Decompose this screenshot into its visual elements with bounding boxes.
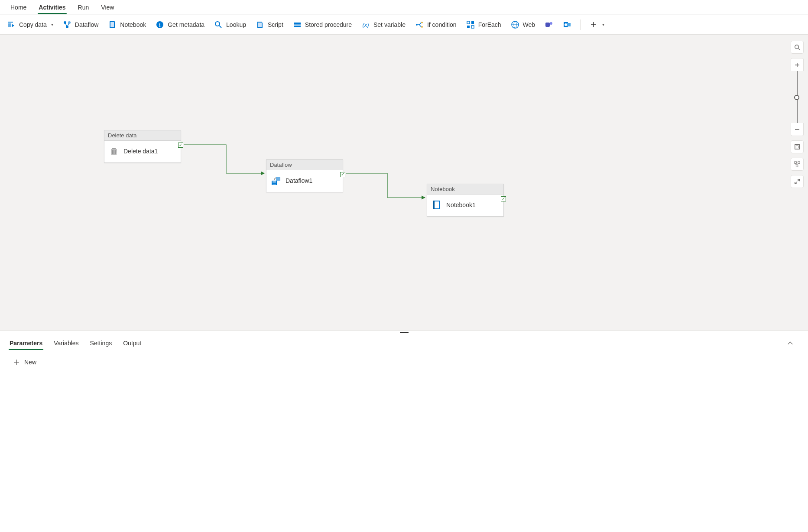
svg-line-34 [798, 49, 800, 50]
toolbar-add-more[interactable]: ▾ [585, 18, 609, 32]
svg-rect-9 [294, 23, 301, 24]
svg-point-1 [68, 21, 71, 24]
toolbar-set-variable[interactable]: (x) Set variable [357, 18, 410, 32]
tab-output[interactable]: Output [122, 336, 142, 350]
properties-panel: Parameters Variables Settings Output New [0, 331, 808, 532]
search-icon [214, 20, 223, 29]
properties-body: New [0, 350, 808, 532]
toolbar-if-condition-label: If condition [427, 21, 457, 28]
foreach-icon [466, 20, 475, 29]
collapse-canvas-button[interactable] [791, 175, 804, 188]
activity-notebook[interactable]: Notebook Notebook1 ✓ [427, 184, 504, 217]
toolbar-copy-data[interactable]: Copy data ▾ [3, 18, 58, 32]
toolbar-web[interactable]: Web [506, 18, 540, 32]
svg-rect-11 [294, 26, 301, 27]
activity-type-label: Notebook [427, 184, 503, 195]
toolbar-dataflow[interactable]: Dataflow [58, 18, 103, 32]
top-tab-bar: Home Activities Run View [0, 0, 808, 15]
toolbar-set-variable-label: Set variable [373, 21, 406, 28]
outlook-icon [563, 20, 571, 29]
tab-parameters[interactable]: Parameters [9, 336, 43, 350]
canvas-search-button[interactable] [791, 41, 804, 54]
svg-point-14 [421, 22, 423, 23]
svg-text:(x): (x) [362, 22, 369, 28]
svg-rect-19 [471, 26, 474, 28]
panel-collapse-button[interactable] [784, 338, 797, 348]
pipeline-canvas[interactable]: Delete data Delete data1 ✓ Dataflow Data… [0, 35, 808, 331]
svg-rect-35 [795, 145, 800, 149]
svg-rect-4 [110, 22, 114, 27]
svg-line-8 [219, 26, 221, 28]
if-condition-icon [415, 20, 424, 29]
toolbar-dataflow-label: Dataflow [75, 21, 98, 28]
tab-home[interactable]: Home [4, 0, 32, 14]
trash-icon [109, 146, 119, 156]
toolbar-foreach[interactable]: ForEach [462, 18, 506, 32]
toolbar-get-metadata[interactable]: i Get metadata [151, 18, 209, 32]
svg-rect-37 [795, 162, 796, 163]
tab-run[interactable]: Run [72, 0, 95, 14]
svg-point-13 [416, 24, 418, 26]
new-parameter-button[interactable]: New [13, 359, 36, 366]
tab-view[interactable]: View [95, 0, 120, 14]
toolbar-teams[interactable] [540, 18, 558, 32]
svg-point-33 [795, 45, 799, 49]
svg-point-0 [64, 21, 66, 24]
toolbar-script-label: Script [268, 21, 283, 28]
connectors [0, 35, 808, 331]
plus-icon [13, 359, 20, 366]
tab-activities[interactable]: Activities [32, 0, 71, 14]
svg-rect-36 [796, 146, 798, 148]
activities-toolbar: Copy data ▾ Dataflow Notebook i Get meta… [0, 15, 808, 35]
toolbar-notebook[interactable]: Notebook [104, 18, 150, 32]
success-badge-icon: ✓ [178, 143, 183, 148]
svg-rect-23 [545, 23, 550, 27]
toolbar-outlook[interactable] [558, 18, 576, 32]
fit-to-screen-button[interactable] [791, 140, 804, 153]
svg-rect-38 [798, 162, 800, 163]
chevron-down-icon: ▾ [51, 22, 53, 27]
svg-point-2 [66, 26, 68, 28]
stored-procedure-icon [293, 20, 302, 29]
svg-point-27 [565, 23, 567, 26]
activity-dataflow[interactable]: Dataflow Dataflow1 ✓ [266, 159, 343, 192]
notebook-activity-icon [432, 200, 442, 210]
new-button-label: New [24, 359, 36, 366]
activity-delete-data[interactable]: Delete data Delete data1 ✓ [104, 130, 181, 163]
dataflow-icon [63, 20, 71, 29]
activity-name-label: Notebook1 [446, 201, 476, 208]
toolbar-web-label: Web [523, 21, 535, 28]
svg-rect-31 [435, 201, 439, 208]
svg-rect-10 [294, 24, 301, 26]
toolbar-lookup[interactable]: Lookup [210, 18, 250, 32]
toolbar-get-metadata-label: Get metadata [168, 21, 204, 28]
activity-name-label: Delete data1 [123, 148, 158, 155]
toolbar-stored-procedure-label: Stored procedure [305, 21, 352, 28]
toolbar-if-condition[interactable]: If condition [411, 18, 461, 32]
notebook-icon [108, 20, 117, 29]
zoom-out-button[interactable] [791, 123, 804, 136]
svg-rect-39 [796, 165, 798, 167]
variable-icon: (x) [361, 20, 370, 29]
tab-variables[interactable]: Variables [53, 336, 79, 350]
zoom-thumb[interactable] [794, 95, 799, 100]
script-icon [256, 20, 264, 29]
toolbar-stored-procedure[interactable]: Stored procedure [289, 18, 356, 32]
zoom-slider[interactable] [797, 71, 798, 123]
svg-rect-18 [467, 26, 470, 28]
tab-settings[interactable]: Settings [89, 336, 113, 350]
zoom-in-button[interactable] [791, 58, 804, 71]
toolbar-script[interactable]: Script [251, 18, 288, 32]
svg-rect-32 [433, 201, 435, 209]
toolbar-foreach-label: ForEach [478, 21, 501, 28]
globe-icon [511, 20, 519, 29]
svg-point-15 [421, 26, 423, 28]
plus-icon [589, 20, 598, 29]
auto-align-button[interactable] [791, 158, 804, 171]
activity-type-label: Dataflow [266, 160, 343, 170]
svg-rect-17 [471, 21, 474, 24]
toolbar-copy-data-label: Copy data [19, 21, 47, 28]
teams-icon [545, 20, 553, 29]
zoom-control [791, 58, 804, 136]
chevron-down-icon: ▾ [602, 22, 604, 27]
